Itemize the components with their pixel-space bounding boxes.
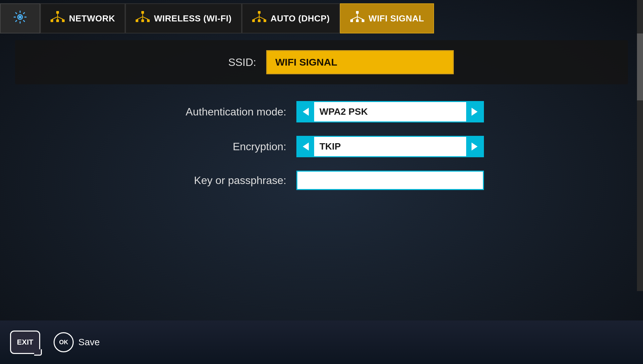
network-icon-1 [50,11,65,26]
svg-rect-10 [136,19,138,22]
auth-mode-selector[interactable]: WPA2 PSK [296,101,484,122]
network-icon-4 [350,11,365,26]
encryption-selector[interactable]: TKIP [296,136,484,157]
auth-mode-prev-button[interactable] [297,102,314,121]
form-section: Authentication mode: WPA2 PSK Encryption… [15,94,628,210]
gear-icon [13,10,27,27]
svg-line-8 [58,17,63,19]
network-icon-2 [135,11,150,26]
ok-label: OK [59,339,68,346]
ssid-label: SSID: [189,56,256,69]
tab-network[interactable]: Network [40,3,125,33]
scrollbar[interactable] [637,0,643,291]
svg-line-7 [52,17,58,19]
svg-line-14 [137,17,143,19]
tab-dhcp-label: Auto (DHCP) [271,13,330,24]
svg-rect-23 [356,11,359,14]
svg-rect-25 [356,19,359,22]
auth-mode-value: WPA2 PSK [314,102,466,121]
svg-line-22 [259,17,265,19]
arrow-right-icon [472,108,478,116]
tab-wifi-signal[interactable]: WIFI SIGNAL [340,3,434,33]
svg-rect-5 [62,19,65,22]
svg-rect-18 [258,19,261,22]
scrollbar-thumb [637,33,643,100]
encryption-next-button[interactable] [466,137,483,156]
svg-rect-12 [147,19,150,22]
passphrase-input[interactable] [296,171,484,190]
network-icon-3 [252,11,267,26]
tab-wireless-label: Wireless (Wi-Fi) [154,13,232,24]
svg-rect-26 [362,19,364,22]
svg-rect-2 [56,11,59,14]
tab-wireless[interactable]: Wireless (Wi-Fi) [125,3,242,33]
tab-dhcp[interactable]: Auto (DHCP) [242,3,340,33]
exit-label: EXIT [17,338,33,347]
ok-badge: OK [54,332,74,352]
encryption-row: Encryption: TKIP [15,136,628,157]
svg-rect-3 [51,19,53,22]
auth-mode-row: Authentication mode: WPA2 PSK [15,101,628,122]
save-label: Save [78,337,100,348]
tab-network-label: Network [69,13,115,24]
tab-wifi-signal-label: WIFI SIGNAL [369,13,424,24]
svg-rect-9 [141,11,144,14]
svg-rect-11 [141,19,144,22]
encryption-prev-button[interactable] [297,137,314,156]
svg-rect-24 [350,19,353,22]
svg-line-15 [143,17,148,19]
auth-mode-next-button[interactable] [466,102,483,121]
encryption-value: TKIP [314,137,466,156]
tab-settings[interactable] [0,3,40,33]
ssid-value: WIFI SIGNAL [266,50,454,74]
passphrase-row: Key or passphrase: [15,171,628,190]
top-navigation: Network Wireless (Wi-Fi) [0,0,643,37]
svg-line-28 [352,17,357,19]
bottom-bar: EXIT OK Save [0,321,643,364]
arrow-left-icon [303,108,309,116]
svg-rect-17 [252,19,255,22]
svg-point-1 [19,16,21,18]
svg-rect-16 [258,11,261,14]
arrow-right-icon-2 [472,143,478,151]
svg-rect-19 [264,19,266,22]
exit-badge: EXIT [10,331,40,354]
encryption-label: Encryption: [159,141,286,153]
passphrase-label: Key or passphrase: [159,174,286,187]
svg-line-21 [254,17,259,19]
ssid-section: SSID: WIFI SIGNAL [15,40,628,84]
arrow-left-icon-2 [303,143,309,151]
save-button[interactable]: OK Save [54,332,100,352]
exit-button[interactable]: EXIT [10,331,40,354]
svg-line-29 [357,17,363,19]
auth-mode-label: Authentication mode: [159,106,286,118]
svg-rect-4 [56,19,59,22]
